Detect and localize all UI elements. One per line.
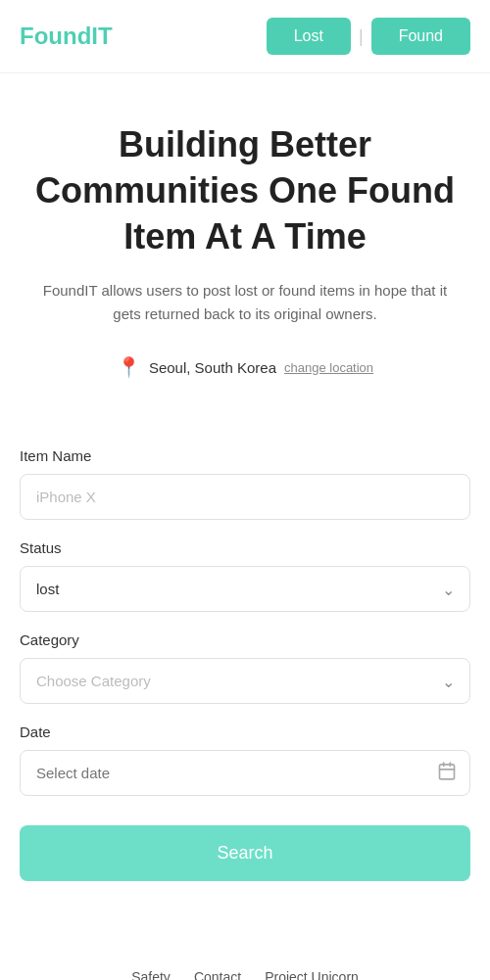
nav-buttons: Lost | Found xyxy=(267,18,470,55)
item-name-label: Item Name xyxy=(20,447,470,464)
item-name-input[interactable] xyxy=(20,474,470,520)
footer: Safety Contact Project Unicorn xyxy=(0,930,490,980)
found-button[interactable]: Found xyxy=(371,18,470,55)
footer-safety-link[interactable]: Safety xyxy=(131,969,171,980)
logo[interactable]: FoundIT xyxy=(20,23,113,50)
category-select-wrapper: Choose Category Electronics Clothing Acc… xyxy=(20,658,470,704)
category-label: Category xyxy=(20,631,470,648)
location-pin-icon: 📍 xyxy=(117,355,141,379)
status-select-wrapper: lost found ⌄ xyxy=(20,566,470,612)
status-select[interactable]: lost found xyxy=(20,566,470,612)
status-label: Status xyxy=(20,539,470,556)
footer-contact-link[interactable]: Contact xyxy=(194,969,241,980)
item-name-group: Item Name xyxy=(20,447,470,520)
hero-section: Building Better Communities One Found It… xyxy=(0,73,490,447)
status-group: Status lost found ⌄ xyxy=(20,539,470,612)
location-text: Seoul, South Korea xyxy=(149,359,276,376)
category-group: Category Choose Category Electronics Clo… xyxy=(20,631,470,704)
hero-subtitle: FoundIT allows users to post lost or fou… xyxy=(29,279,461,326)
location-row: 📍 Seoul, South Korea change location xyxy=(29,355,461,379)
hero-title: Building Better Communities One Found It… xyxy=(29,122,461,259)
date-input-wrapper xyxy=(20,750,470,796)
footer-project-unicorn-link[interactable]: Project Unicorn xyxy=(265,969,359,980)
date-group: Date xyxy=(20,723,470,796)
nav-divider: | xyxy=(359,26,364,47)
search-form: Item Name Status lost found ⌄ Category C… xyxy=(0,447,490,910)
date-label: Date xyxy=(20,723,470,740)
lost-button[interactable]: Lost xyxy=(267,18,351,55)
change-location-button[interactable]: change location xyxy=(284,360,373,375)
category-select[interactable]: Choose Category Electronics Clothing Acc… xyxy=(20,658,470,704)
search-button[interactable]: Search xyxy=(20,825,470,881)
date-input[interactable] xyxy=(20,750,470,796)
header: FoundIT Lost | Found xyxy=(0,0,490,73)
